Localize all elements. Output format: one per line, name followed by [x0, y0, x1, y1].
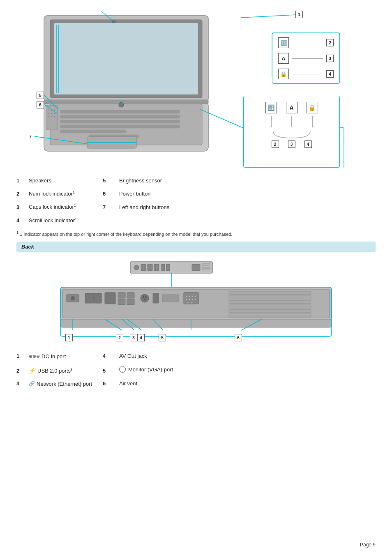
svg-rect-46	[166, 264, 170, 271]
svg-point-66	[144, 299, 145, 300]
badge-2-callout: 2	[326, 39, 334, 46]
laptop-diagram-svg	[19, 7, 249, 164]
svg-point-77	[195, 299, 196, 300]
legend-row-3: 3 Caps lock indicator1 7 Left and right …	[16, 203, 376, 210]
legend-label-power: Power button	[119, 191, 151, 197]
svg-rect-57	[93, 293, 101, 303]
scroll-lock-icon-bottom: 🔒	[307, 102, 318, 113]
svg-rect-45	[161, 264, 165, 271]
svg-point-76	[192, 299, 193, 300]
back-badge-4: 4	[137, 334, 145, 341]
badge-4-bottom: 4	[304, 140, 312, 148]
back-diagram: 1 2 3 4 5 6	[16, 258, 376, 345]
back-badge-2: 2	[116, 334, 123, 341]
back-legend-num-3: 3	[16, 380, 29, 387]
connector-line-1	[271, 116, 272, 127]
legend-label-leftright: Left and right buttons	[119, 204, 169, 210]
back-legend-row-1: 1 ⊕⊕⊕ DC In port 4 AV Out jack	[16, 353, 376, 359]
badge-6: 6	[37, 101, 44, 108]
legend-num-3: 3	[16, 204, 29, 210]
svg-point-71	[189, 296, 190, 297]
svg-point-27	[54, 116, 55, 117]
svg-point-25	[48, 116, 50, 117]
svg-rect-67	[153, 293, 159, 303]
svg-rect-85	[229, 314, 311, 317]
svg-rect-58	[105, 292, 115, 304]
svg-rect-81	[229, 296, 311, 299]
badge-3-bottom: 3	[288, 140, 295, 148]
svg-rect-83	[229, 305, 311, 308]
svg-rect-12	[54, 23, 198, 94]
back-legend-usb: ⚡ USB 2.0 portss	[29, 367, 103, 374]
legend-num-1: 1	[16, 177, 29, 184]
page-number: Page 9	[360, 542, 376, 548]
back-legend-av: AV Out jack	[119, 353, 147, 359]
top-legend: 1 Speakers 5 Brightness sensor 2 Num loc…	[16, 177, 376, 223]
caps-lock-icon-bottom: A	[286, 102, 297, 113]
svg-rect-4	[60, 120, 180, 123]
legend-row-2: 2 Num lock indicator1 6 Power button	[16, 190, 376, 197]
legend-label-capslock: Caps lock indicator1	[29, 203, 103, 210]
back-legend-num2-6: 6	[103, 380, 119, 387]
back-legend-airvent: Air vent	[119, 380, 137, 387]
connector-line-2	[291, 116, 292, 127]
legend-label-scrolllock: Scroll lock indicator1	[29, 217, 103, 223]
back-legend-num-1: 1	[16, 353, 29, 359]
badge-4-callout: 4	[326, 70, 334, 78]
legend-num2-5: 5	[103, 177, 119, 184]
legend-num-4: 4	[16, 217, 29, 223]
back-legend-vga: Monitor (VGA) port	[119, 366, 173, 373]
back-legend-dc: ⊕⊕⊕ DC In port	[29, 353, 103, 359]
back-legend-row-3: 3 🔗 Network (Ethernet) port 6 Air vent	[16, 380, 376, 387]
svg-point-72	[192, 296, 193, 297]
svg-rect-62	[127, 299, 134, 305]
legend-num-2: 2	[16, 191, 29, 197]
svg-point-26	[51, 116, 53, 117]
svg-point-41	[134, 265, 139, 270]
caps-lock-icon: A	[278, 53, 289, 64]
legend-num2-7: 7	[103, 204, 119, 210]
svg-point-74	[186, 299, 187, 300]
bottom-indicator-diagram: 🔢 A 🔒	[243, 96, 340, 168]
svg-rect-61	[127, 292, 134, 298]
svg-point-75	[189, 299, 190, 300]
badge-5: 5	[37, 92, 44, 99]
back-legend-num-2: 2	[16, 368, 29, 374]
top-diagram: 1 5 6 7	[16, 7, 376, 168]
svg-rect-18	[46, 105, 58, 130]
back-diagram-svg	[40, 258, 352, 345]
legend-label-brightness: Brightness sensor	[119, 177, 162, 184]
svg-point-79	[191, 302, 193, 304]
back-legend-num2-4: 4	[103, 353, 119, 359]
svg-point-24	[54, 113, 55, 114]
bracket-svg	[271, 131, 312, 139]
svg-rect-44	[154, 264, 159, 271]
badge-7: 7	[27, 133, 34, 140]
back-badge-1: 1	[65, 334, 73, 341]
svg-rect-82	[229, 300, 311, 304]
back-section-header: Back	[16, 242, 376, 252]
svg-rect-42	[141, 264, 146, 271]
back-badge-3: 3	[130, 334, 137, 341]
svg-rect-80	[229, 291, 311, 295]
svg-point-70	[186, 296, 187, 297]
top-footnote: 1 1 Indicator appears on the top or righ…	[16, 230, 376, 237]
svg-rect-86	[60, 319, 332, 327]
svg-point-21	[54, 110, 55, 111]
svg-rect-6	[60, 130, 126, 133]
svg-rect-84	[229, 309, 311, 313]
svg-point-64	[143, 296, 144, 298]
svg-point-65	[145, 296, 147, 298]
num-lock-icon: 🔢	[278, 37, 289, 48]
svg-rect-2	[60, 110, 180, 113]
svg-rect-60	[118, 299, 125, 305]
svg-point-22	[48, 113, 50, 114]
back-legend-row-2: 2 ⚡ USB 2.0 portss 5 Monitor (VGA) port	[16, 366, 376, 374]
svg-point-20	[51, 110, 53, 111]
svg-rect-15	[44, 100, 208, 104]
legend-label-speakers: Speakers	[29, 177, 103, 184]
badge-2-bottom: 2	[272, 140, 279, 148]
back-legend: 1 ⊕⊕⊕ DC In port 4 AV Out jack 2 ⚡ USB 2…	[16, 353, 376, 387]
svg-point-78	[187, 302, 189, 304]
svg-rect-5	[60, 125, 180, 128]
